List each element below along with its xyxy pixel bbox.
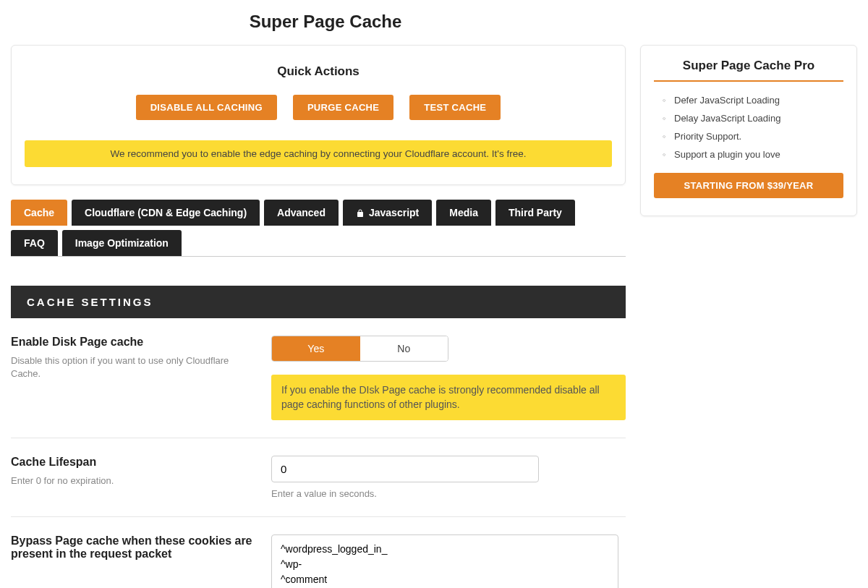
- quick-actions-title: Quick Actions: [25, 64, 612, 79]
- pro-feature-item: Delay JavaScript Loading: [663, 113, 843, 124]
- tab-faq[interactable]: FAQ: [11, 230, 58, 256]
- pro-sidebar-card: Super Page Cache Pro Defer JavaScript Lo…: [640, 45, 857, 216]
- setting-row-disk-cache: Enable Disk Page cache Disable this opti…: [11, 318, 626, 438]
- quick-actions-card: Quick Actions DISABLE ALL CACHING PURGE …: [11, 45, 626, 185]
- tab-advanced[interactable]: Advanced: [264, 200, 339, 226]
- tab-cloudflare[interactable]: Cloudflare (CDN & Edge Caching): [72, 200, 260, 226]
- pro-feature-list: Defer JavaScript Loading Delay JavaScrip…: [663, 95, 843, 160]
- pro-divider: [654, 80, 843, 82]
- lifespan-input[interactable]: [271, 456, 539, 482]
- pro-cta-button[interactable]: STARTING FROM $39/YEAR: [654, 173, 843, 198]
- tab-cache[interactable]: Cache: [11, 200, 67, 226]
- pro-title: Super Page Cache Pro: [654, 59, 843, 73]
- setting-row-bypass: Bypass Page cache when these cookies are…: [11, 517, 626, 588]
- lifespan-help: Enter a value in seconds.: [271, 488, 626, 499]
- disk-cache-no[interactable]: No: [360, 336, 448, 361]
- tab-image-optimization[interactable]: Image Optimization: [62, 230, 182, 256]
- purge-cache-button[interactable]: PURGE CACHE: [293, 95, 393, 120]
- setting-row-lifespan: Cache Lifespan Enter 0 for no expiration…: [11, 438, 626, 517]
- disk-cache-warning: If you enable the DIsk Page cache is str…: [271, 375, 626, 420]
- lock-icon: [356, 208, 365, 217]
- lifespan-label: Cache Lifespan: [11, 456, 257, 469]
- pro-feature-item: Priority Support.: [663, 131, 843, 142]
- tabs-nav: Cache Cloudflare (CDN & Edge Caching) Ad…: [11, 200, 626, 257]
- bypass-textarea[interactable]: [271, 534, 618, 588]
- disk-cache-desc: Disable this option if you want to use o…: [11, 354, 257, 380]
- tab-media[interactable]: Media: [436, 200, 491, 226]
- tab-javascript-label: Javascript: [369, 207, 419, 218]
- lifespan-desc: Enter 0 for no expiration.: [11, 474, 257, 487]
- section-header-cache-settings: CACHE SETTINGS: [11, 286, 626, 318]
- bypass-label: Bypass Page cache when these cookies are…: [11, 534, 257, 561]
- disable-caching-button[interactable]: DISABLE ALL CACHING: [136, 95, 277, 120]
- pro-feature-item: Defer JavaScript Loading: [663, 95, 843, 106]
- disk-cache-yes[interactable]: Yes: [272, 336, 360, 361]
- pro-feature-item: Support a plugin you love: [663, 149, 843, 160]
- tab-third-party[interactable]: Third Party: [495, 200, 575, 226]
- disk-cache-toggle: Yes No: [271, 336, 448, 362]
- tab-javascript[interactable]: Javascript: [343, 200, 432, 226]
- cloudflare-recommend-alert: We recommend you to enable the edge cach…: [25, 140, 612, 167]
- test-cache-button[interactable]: TEST CACHE: [409, 95, 501, 120]
- page-title: Super Page Cache: [11, 12, 640, 32]
- disk-cache-label: Enable Disk Page cache: [11, 336, 257, 349]
